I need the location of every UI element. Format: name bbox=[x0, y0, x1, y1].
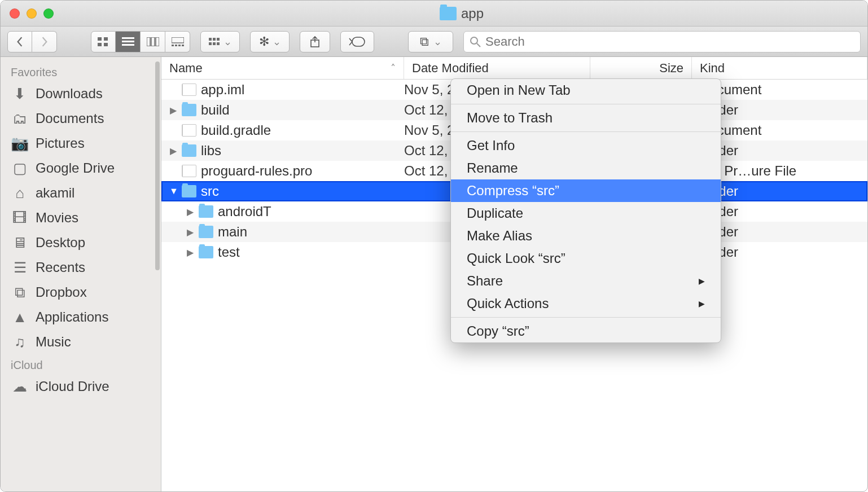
svg-rect-14 bbox=[182, 45, 184, 46]
forward-button[interactable] bbox=[32, 31, 57, 52]
folder-icon bbox=[199, 205, 213, 218]
column-header-kind[interactable]: Kind bbox=[692, 57, 867, 79]
svg-rect-17 bbox=[217, 38, 220, 41]
context-menu: Open in New TabMove to TrashGet InfoRena… bbox=[450, 78, 721, 343]
grid-menu-icon bbox=[209, 38, 220, 46]
list-view-button[interactable] bbox=[116, 31, 141, 52]
menu-item-label: Quick Actions bbox=[467, 296, 549, 311]
share-button[interactable] bbox=[300, 31, 330, 52]
tags-button[interactable] bbox=[340, 31, 374, 52]
menu-item-share[interactable]: Share▶ bbox=[451, 270, 721, 292]
sidebar-item-label: Documents bbox=[36, 111, 104, 126]
menu-item-get-info[interactable]: Get Info bbox=[451, 134, 721, 157]
folder-icon bbox=[199, 246, 213, 258]
tag-icon bbox=[349, 37, 366, 47]
recents-icon: ☰ bbox=[11, 260, 29, 275]
menu-item-duplicate[interactable]: Duplicate bbox=[451, 202, 721, 225]
icon-view-button[interactable] bbox=[91, 31, 116, 52]
columns-icon bbox=[147, 37, 159, 46]
sidebar-item-documents[interactable]: 🗂Documents bbox=[1, 106, 161, 131]
menu-item-open-in-new-tab[interactable]: Open in New Tab bbox=[451, 79, 721, 102]
search-icon bbox=[470, 36, 481, 47]
cloud-icon: ☁ bbox=[11, 379, 29, 394]
sidebar-item-pictures[interactable]: 📷Pictures bbox=[1, 131, 161, 156]
disclosure-triangle-icon[interactable]: ▶ bbox=[186, 227, 194, 238]
disclosure-triangle-icon[interactable]: ▶ bbox=[186, 207, 194, 217]
sidebar-item-desktop[interactable]: 🖥Desktop bbox=[1, 230, 161, 255]
dropbox-icon: ⧉ bbox=[11, 284, 29, 300]
sidebar-item-akamil[interactable]: ⌂akamil bbox=[1, 181, 161, 205]
column-header-name[interactable]: Name ˄ bbox=[161, 57, 404, 79]
menu-item-label: Rename bbox=[467, 160, 518, 175]
menu-item-quick-actions[interactable]: Quick Actions▶ bbox=[451, 292, 721, 315]
menu-item-move-to-trash[interactable]: Move to Trash bbox=[451, 107, 721, 129]
svg-rect-1 bbox=[104, 37, 108, 41]
minimize-window-button[interactable] bbox=[27, 8, 37, 19]
menu-item-copy-src[interactable]: Copy “src” bbox=[451, 320, 721, 342]
folder-icon bbox=[182, 104, 196, 116]
menu-item-label: Quick Look “src” bbox=[467, 251, 565, 266]
window-title-text: app bbox=[461, 6, 484, 21]
sort-ascending-icon: ˄ bbox=[391, 62, 396, 74]
film-icon: 🎞 bbox=[11, 210, 29, 226]
file-name-cell: ▶androidT bbox=[161, 204, 404, 219]
column-header-size[interactable]: Size bbox=[590, 57, 692, 79]
file-name-label: build.gradle bbox=[201, 122, 271, 138]
sidebar-item-google-drive[interactable]: ▢Google Drive bbox=[1, 156, 161, 181]
svg-rect-10 bbox=[172, 37, 184, 43]
file-list-area: Name ˄ Date Modified Size Kind app.imlNo… bbox=[161, 57, 867, 491]
svg-rect-18 bbox=[209, 42, 212, 45]
svg-rect-22 bbox=[352, 37, 365, 46]
home-icon: ⌂ bbox=[11, 185, 29, 201]
dropbox-toolbar-button[interactable]: ⧉ ⌄ bbox=[408, 31, 453, 52]
folder-icon bbox=[182, 144, 196, 157]
menu-item-quick-look-src[interactable]: Quick Look “src” bbox=[451, 247, 721, 270]
disclosure-triangle-icon[interactable]: ▶ bbox=[169, 146, 177, 156]
sidebar-item-movies[interactable]: 🎞Movies bbox=[1, 205, 161, 230]
dropbox-icon: ⧉ bbox=[420, 34, 429, 49]
column-header-date[interactable]: Date Modified bbox=[404, 57, 590, 79]
file-name-cell: app.iml bbox=[161, 82, 404, 98]
sidebar-item-applications[interactable]: ▲Applications bbox=[1, 305, 161, 330]
sidebar-item-dropbox[interactable]: ⧉Dropbox bbox=[1, 280, 161, 305]
close-window-button[interactable] bbox=[10, 8, 20, 19]
column-view-button[interactable] bbox=[141, 31, 165, 52]
disclosure-triangle-icon[interactable]: ▶ bbox=[186, 247, 194, 258]
sidebar-item-icloud-drive[interactable]: ☁iCloud Drive bbox=[1, 374, 161, 399]
gallery-icon bbox=[172, 37, 184, 46]
zoom-window-button[interactable] bbox=[43, 8, 54, 19]
menu-item-label: Copy “src” bbox=[467, 323, 529, 339]
sidebar-item-recents[interactable]: ☰Recents bbox=[1, 255, 161, 280]
action-button[interactable]: ✻ ⌄ bbox=[250, 31, 290, 52]
documents-icon: 🗂 bbox=[11, 111, 29, 126]
desktop-icon: 🖥 bbox=[11, 235, 29, 251]
menu-item-make-alias[interactable]: Make Alias bbox=[451, 225, 721, 247]
menu-separator bbox=[451, 104, 721, 104]
camera-icon: 📷 bbox=[11, 135, 29, 151]
sidebar-item-label: Google Drive bbox=[36, 160, 115, 176]
search-input[interactable] bbox=[485, 34, 854, 49]
menu-item-label: Share bbox=[467, 273, 503, 289]
window-title: app bbox=[65, 6, 858, 21]
gallery-view-button[interactable] bbox=[165, 31, 190, 52]
search-field[interactable] bbox=[463, 31, 861, 52]
svg-rect-12 bbox=[175, 45, 177, 46]
menu-separator bbox=[451, 317, 721, 318]
chevron-down-icon: ⌄ bbox=[273, 36, 281, 48]
menu-item-compress-src[interactable]: Compress “src” bbox=[451, 179, 721, 202]
disclosure-triangle-icon[interactable]: ▼ bbox=[169, 186, 177, 196]
list-icon bbox=[122, 37, 134, 46]
music-icon: ♫ bbox=[11, 334, 29, 350]
sidebar-item-label: Downloads bbox=[36, 86, 103, 102]
view-mode-group bbox=[91, 31, 190, 52]
sidebar: Favorites⬇︎Downloads🗂Documents📷Pictures▢… bbox=[1, 57, 161, 491]
sidebar-item-music[interactable]: ♫Music bbox=[1, 330, 161, 354]
back-button[interactable] bbox=[7, 31, 32, 52]
sidebar-item-label: Recents bbox=[36, 260, 85, 275]
share-icon bbox=[310, 36, 320, 47]
arrange-button[interactable]: ⌄ bbox=[200, 31, 240, 52]
sidebar-item-downloads[interactable]: ⬇︎Downloads bbox=[1, 81, 161, 106]
sidebar-item-label: Music bbox=[36, 334, 71, 350]
disclosure-triangle-icon[interactable]: ▶ bbox=[169, 105, 177, 116]
menu-item-rename[interactable]: Rename bbox=[451, 157, 721, 179]
